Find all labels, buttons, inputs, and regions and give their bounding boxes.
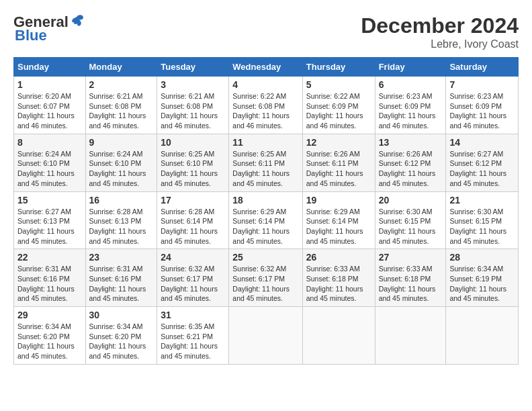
day-info: Sunrise: 6:20 AMSunset: 6:07 PMDaylight:… [17, 92, 75, 130]
calendar-cell: 6 Sunrise: 6:23 AMSunset: 6:09 PMDayligh… [375, 77, 446, 134]
day-number: 26 [306, 252, 371, 263]
calendar-week-row: 8 Sunrise: 6:24 AMSunset: 6:10 PMDayligh… [14, 134, 519, 191]
calendar-cell: 14 Sunrise: 6:27 AMSunset: 6:12 PMDaylig… [446, 134, 519, 191]
day-number: 27 [379, 252, 443, 263]
day-info: Sunrise: 6:22 AMSunset: 6:08 PMDaylight:… [232, 92, 290, 130]
calendar-cell: 10 Sunrise: 6:25 AMSunset: 6:10 PMDaylig… [157, 134, 229, 191]
calendar-cell: 3 Sunrise: 6:21 AMSunset: 6:08 PMDayligh… [157, 77, 229, 134]
logo-bird-icon [70, 13, 85, 28]
day-info: Sunrise: 6:31 AMSunset: 6:16 PMDaylight:… [89, 265, 146, 302]
day-info: Sunrise: 6:22 AMSunset: 6:09 PMDaylight:… [306, 92, 363, 130]
day-number: 3 [161, 79, 225, 90]
day-info: Sunrise: 6:24 AMSunset: 6:10 PMDaylight:… [17, 150, 75, 187]
day-number: 16 [89, 195, 154, 205]
calendar-cell: 24 Sunrise: 6:32 AMSunset: 6:17 PMDaylig… [157, 249, 229, 307]
location-title: Lebre, Ivory Coast [361, 38, 519, 50]
day-info: Sunrise: 6:32 AMSunset: 6:17 PMDaylight:… [232, 265, 290, 302]
day-info: Sunrise: 6:33 AMSunset: 6:18 PMDaylight:… [379, 265, 436, 302]
day-number: 5 [306, 79, 371, 90]
day-number: 10 [161, 137, 225, 148]
day-number: 29 [17, 310, 82, 320]
day-info: Sunrise: 6:28 AMSunset: 6:14 PMDaylight:… [161, 208, 218, 245]
day-number: 17 [161, 195, 225, 205]
day-info: Sunrise: 6:34 AMSunset: 6:20 PMDaylight:… [17, 322, 75, 360]
day-number: 14 [449, 137, 515, 148]
calendar-cell: 2 Sunrise: 6:21 AMSunset: 6:08 PMDayligh… [85, 77, 157, 134]
calendar-cell: 12 Sunrise: 6:26 AMSunset: 6:11 PMDaylig… [302, 134, 375, 191]
day-info: Sunrise: 6:21 AMSunset: 6:08 PMDaylight:… [89, 92, 146, 130]
day-info: Sunrise: 6:25 AMSunset: 6:11 PMDaylight:… [232, 150, 290, 187]
day-number: 22 [17, 252, 82, 263]
calendar-cell: 19 Sunrise: 6:29 AMSunset: 6:14 PMDaylig… [302, 191, 375, 249]
day-number: 13 [379, 137, 443, 148]
calendar-cell: 22 Sunrise: 6:31 AMSunset: 6:16 PMDaylig… [14, 249, 86, 307]
calendar-cell: 20 Sunrise: 6:30 AMSunset: 6:15 PMDaylig… [375, 191, 446, 249]
day-number: 23 [89, 252, 154, 263]
day-number: 6 [379, 79, 443, 90]
calendar-cell [302, 307, 375, 365]
weekday-header-row: SundayMondayTuesdayWednesdayThursdayFrid… [14, 58, 519, 77]
calendar-cell: 16 Sunrise: 6:28 AMSunset: 6:13 PMDaylig… [85, 191, 157, 249]
day-info: Sunrise: 6:34 AMSunset: 6:19 PMDaylight:… [449, 265, 506, 302]
day-number: 25 [232, 252, 298, 263]
calendar-week-row: 22 Sunrise: 6:31 AMSunset: 6:16 PMDaylig… [14, 249, 519, 307]
day-number: 9 [89, 137, 154, 148]
day-number: 24 [161, 252, 225, 263]
weekday-header-sunday: Sunday [14, 58, 86, 77]
calendar-cell: 9 Sunrise: 6:24 AMSunset: 6:10 PMDayligh… [85, 134, 157, 191]
day-info: Sunrise: 6:34 AMSunset: 6:20 PMDaylight:… [89, 322, 146, 360]
day-number: 11 [232, 137, 298, 148]
day-number: 15 [17, 195, 82, 205]
day-number: 4 [232, 79, 298, 90]
day-info: Sunrise: 6:24 AMSunset: 6:10 PMDaylight:… [89, 150, 146, 187]
logo: General Blue [13, 13, 85, 44]
calendar-cell [446, 307, 519, 365]
day-info: Sunrise: 6:28 AMSunset: 6:13 PMDaylight:… [89, 208, 146, 245]
calendar-cell: 31 Sunrise: 6:35 AMSunset: 6:21 PMDaylig… [157, 307, 229, 365]
day-info: Sunrise: 6:25 AMSunset: 6:10 PMDaylight:… [161, 150, 218, 187]
day-number: 7 [449, 79, 515, 90]
calendar-cell: 17 Sunrise: 6:28 AMSunset: 6:14 PMDaylig… [157, 191, 229, 249]
calendar-cell: 26 Sunrise: 6:33 AMSunset: 6:18 PMDaylig… [302, 249, 375, 307]
day-info: Sunrise: 6:31 AMSunset: 6:16 PMDaylight:… [17, 265, 75, 302]
calendar-cell: 27 Sunrise: 6:33 AMSunset: 6:18 PMDaylig… [375, 249, 446, 307]
calendar-cell: 23 Sunrise: 6:31 AMSunset: 6:16 PMDaylig… [85, 249, 157, 307]
day-number: 8 [17, 137, 82, 148]
month-title: December 2024 [361, 13, 519, 38]
day-info: Sunrise: 6:29 AMSunset: 6:14 PMDaylight:… [306, 208, 363, 245]
calendar-cell [375, 307, 446, 365]
day-number: 1 [17, 79, 82, 90]
day-number: 30 [89, 310, 154, 320]
calendar-table: SundayMondayTuesdayWednesdayThursdayFrid… [13, 57, 519, 365]
calendar-cell: 18 Sunrise: 6:29 AMSunset: 6:14 PMDaylig… [229, 191, 302, 249]
calendar-week-row: 15 Sunrise: 6:27 AMSunset: 6:13 PMDaylig… [14, 191, 519, 249]
page-header: General Blue December 2024 Lebre, Ivory … [13, 13, 519, 50]
day-info: Sunrise: 6:30 AMSunset: 6:15 PMDaylight:… [449, 208, 506, 245]
weekday-header-wednesday: Wednesday [229, 58, 302, 77]
calendar-cell: 5 Sunrise: 6:22 AMSunset: 6:09 PMDayligh… [302, 77, 375, 134]
day-number: 31 [161, 310, 225, 320]
calendar-cell: 4 Sunrise: 6:22 AMSunset: 6:08 PMDayligh… [229, 77, 302, 134]
calendar-cell: 15 Sunrise: 6:27 AMSunset: 6:13 PMDaylig… [14, 191, 86, 249]
calendar-week-row: 29 Sunrise: 6:34 AMSunset: 6:20 PMDaylig… [14, 307, 519, 365]
day-number: 20 [379, 195, 443, 205]
weekday-header-thursday: Thursday [302, 58, 375, 77]
calendar-cell: 28 Sunrise: 6:34 AMSunset: 6:19 PMDaylig… [446, 249, 519, 307]
day-info: Sunrise: 6:29 AMSunset: 6:14 PMDaylight:… [232, 208, 290, 245]
day-info: Sunrise: 6:23 AMSunset: 6:09 PMDaylight:… [449, 92, 506, 130]
day-info: Sunrise: 6:26 AMSunset: 6:11 PMDaylight:… [306, 150, 363, 187]
day-info: Sunrise: 6:35 AMSunset: 6:21 PMDaylight:… [161, 322, 218, 360]
calendar-cell: 11 Sunrise: 6:25 AMSunset: 6:11 PMDaylig… [229, 134, 302, 191]
day-info: Sunrise: 6:27 AMSunset: 6:13 PMDaylight:… [17, 208, 75, 245]
day-info: Sunrise: 6:30 AMSunset: 6:15 PMDaylight:… [379, 208, 436, 245]
logo-blue-text: Blue [13, 27, 47, 44]
calendar-cell: 8 Sunrise: 6:24 AMSunset: 6:10 PMDayligh… [14, 134, 86, 191]
calendar-cell: 30 Sunrise: 6:34 AMSunset: 6:20 PMDaylig… [85, 307, 157, 365]
weekday-header-saturday: Saturday [446, 58, 519, 77]
day-number: 21 [449, 195, 515, 205]
title-area: December 2024 Lebre, Ivory Coast [361, 13, 519, 50]
day-info: Sunrise: 6:26 AMSunset: 6:12 PMDaylight:… [379, 150, 436, 187]
calendar-cell: 1 Sunrise: 6:20 AMSunset: 6:07 PMDayligh… [14, 77, 86, 134]
day-number: 12 [306, 137, 371, 148]
calendar-cell: 21 Sunrise: 6:30 AMSunset: 6:15 PMDaylig… [446, 191, 519, 249]
